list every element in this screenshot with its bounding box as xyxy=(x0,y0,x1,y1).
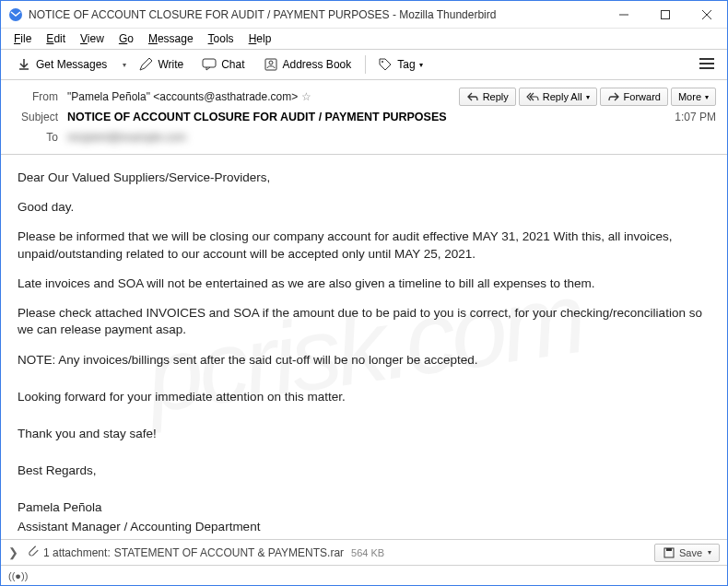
svg-point-0 xyxy=(9,8,22,21)
attachment-bar: ❯ 1 attachment: STATEMENT OF ACCOUNT & P… xyxy=(1,539,727,565)
tag-icon xyxy=(378,57,393,72)
menu-view[interactable]: View xyxy=(73,30,112,47)
get-messages-dropdown[interactable]: ▾ xyxy=(117,61,130,69)
time-value: 1:07 PM xyxy=(675,111,716,123)
save-icon xyxy=(663,546,675,559)
body-p11: Assistant Manager / Accounting Departmen… xyxy=(18,519,710,535)
chat-button[interactable]: Chat xyxy=(194,53,252,76)
tag-button[interactable]: Tag ▾ xyxy=(370,53,430,76)
chat-icon xyxy=(202,57,217,72)
svg-point-7 xyxy=(269,61,273,64)
message-body: pcrisk.com Dear Our Valued Suppliers/Ser… xyxy=(1,155,727,539)
subject-label: Subject xyxy=(12,111,58,123)
more-button[interactable]: More ▾ xyxy=(671,88,716,106)
expand-attachments-button[interactable]: ❯ xyxy=(8,545,23,559)
menu-edit[interactable]: Edit xyxy=(39,30,73,47)
online-status-icon[interactable]: ((●)) xyxy=(8,570,28,581)
reply-all-button[interactable]: Reply All ▾ xyxy=(519,88,597,106)
from-label: From xyxy=(12,90,58,103)
tag-label: Tag xyxy=(397,58,415,71)
reply-all-icon xyxy=(526,90,539,103)
get-messages-label: Get Messages xyxy=(36,58,107,71)
forward-icon xyxy=(607,90,620,103)
address-book-icon xyxy=(264,57,278,72)
body-p4: Late invoices and SOA will not be entert… xyxy=(18,275,710,292)
reply-all-label: Reply All xyxy=(543,91,582,102)
save-label: Save xyxy=(679,547,702,558)
window-title: NOTICE OF ACCOUNT CLOSURE FOR AUDIT / PA… xyxy=(29,8,603,21)
separator xyxy=(365,55,366,74)
chat-label: Chat xyxy=(221,58,244,71)
status-bar: ((●)) xyxy=(1,565,727,585)
app-icon xyxy=(8,7,23,22)
svg-point-8 xyxy=(382,61,383,63)
address-book-label: Address Book xyxy=(283,58,352,71)
body-p6: NOTE: Any invoices/billings sent after t… xyxy=(18,352,710,369)
to-value: recipient@example.com xyxy=(67,131,186,144)
to-label: To xyxy=(12,131,58,144)
body-p3: Please be informed that we will be closi… xyxy=(18,229,710,262)
forward-label: Forward xyxy=(624,91,661,102)
body-p2: Good day. xyxy=(18,199,710,216)
paperclip-icon xyxy=(27,545,41,560)
svg-rect-2 xyxy=(661,10,669,18)
menubar: File Edit View Go Message Tools Help xyxy=(1,29,727,49)
svg-rect-5 xyxy=(203,59,216,67)
address-book-button[interactable]: Address Book xyxy=(255,53,360,76)
download-icon xyxy=(17,57,31,72)
save-attachment-button[interactable]: Save ▾ xyxy=(654,544,720,562)
message-header: From "Pamela Peñola" <accounts@asthatrad… xyxy=(1,80,727,155)
forward-button[interactable]: Forward xyxy=(600,88,668,106)
attachment-count: 1 attachment: xyxy=(43,546,111,559)
more-label: More xyxy=(678,91,701,102)
maximize-button[interactable] xyxy=(644,1,686,28)
get-messages-button[interactable]: Get Messages xyxy=(8,53,115,76)
toolbar: Get Messages ▾ Write Chat Address Book T… xyxy=(1,49,727,80)
svg-rect-13 xyxy=(666,548,672,551)
menu-file[interactable]: File xyxy=(6,30,39,47)
titlebar: NOTICE OF ACCOUNT CLOSURE FOR AUDIT / PA… xyxy=(1,1,727,29)
reply-icon xyxy=(466,90,479,103)
body-p9: Best Regards, xyxy=(18,463,710,479)
menu-tools[interactable]: Tools xyxy=(201,30,241,47)
pencil-icon xyxy=(138,57,153,72)
menu-help[interactable]: Help xyxy=(241,30,279,47)
reply-label: Reply xyxy=(483,91,509,102)
star-icon[interactable]: ☆ xyxy=(301,90,311,103)
from-value: "Pamela Peñola" <accounts@asthatrade.com… xyxy=(67,90,298,103)
body-p5: Please check attached INVOICES and SOA i… xyxy=(18,305,710,338)
attachment-name[interactable]: STATEMENT OF ACCOUNT & PAYMENTS.rar xyxy=(114,546,344,559)
attachment-size: 564 KB xyxy=(351,547,384,558)
write-button[interactable]: Write xyxy=(130,53,192,76)
app-menu-button[interactable] xyxy=(694,54,720,76)
subject-value: NOTICE OF ACCOUNT CLOSURE FOR AUDIT / PA… xyxy=(67,111,447,123)
body-p7: Looking forward for your immediate atten… xyxy=(18,389,710,405)
write-label: Write xyxy=(158,58,183,71)
menu-go[interactable]: Go xyxy=(112,30,141,47)
menu-message[interactable]: Message xyxy=(141,30,201,47)
minimize-button[interactable] xyxy=(603,1,644,28)
body-p1: Dear Our Valued Suppliers/Service-Provid… xyxy=(18,170,710,186)
close-button[interactable] xyxy=(686,1,727,28)
body-p10: Pamela Peñola xyxy=(18,499,710,516)
reply-button[interactable]: Reply xyxy=(459,88,516,106)
body-p8: Thank you and stay safe! xyxy=(18,426,710,442)
